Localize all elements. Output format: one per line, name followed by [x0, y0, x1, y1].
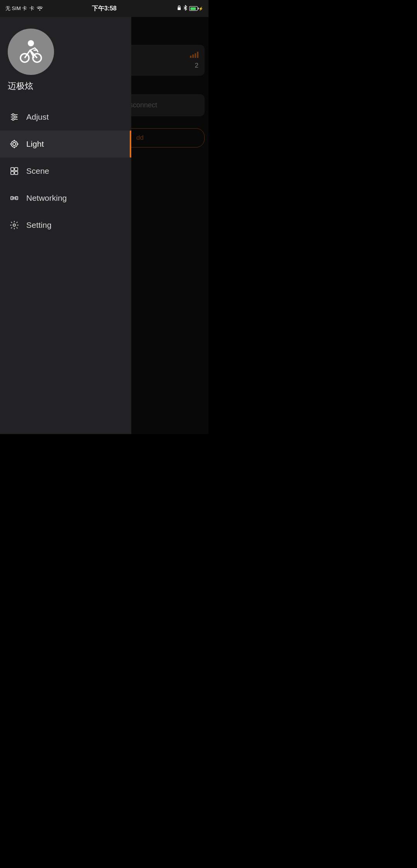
- sidebar-item-adjust-label: Adjust: [26, 112, 49, 122]
- status-time: 下午3:58: [92, 5, 117, 13]
- svg-rect-17: [15, 168, 18, 171]
- app-container: ght cycle lights 2 Disconnect dd: [0, 17, 208, 434]
- drawer-overlay[interactable]: [131, 17, 208, 434]
- svg-rect-19: [15, 171, 18, 175]
- status-left: 无 SIM 卡 卡: [5, 5, 43, 12]
- cyclist-icon: [15, 36, 46, 67]
- svg-point-8: [15, 116, 17, 118]
- scene-icon: [9, 166, 19, 176]
- profile-name[interactable]: 迈极炫: [8, 80, 33, 92]
- sidebar-item-adjust[interactable]: Adjust: [0, 103, 131, 131]
- sidebar-item-setting-label: Setting: [26, 220, 51, 230]
- battery-indicator: ⚡: [189, 6, 203, 11]
- light-icon: [9, 139, 19, 149]
- carrier-text: 无 SIM 卡: [5, 5, 27, 12]
- avatar[interactable]: [8, 29, 54, 75]
- sidebar-drawer: 迈极炫 Adjust: [0, 17, 131, 434]
- networking-icon: [9, 193, 19, 203]
- svg-rect-0: [178, 7, 181, 10]
- battery-fill: [190, 7, 196, 10]
- status-right: ⚡: [177, 5, 203, 12]
- gear-icon: [9, 220, 19, 230]
- sidebar-item-light-label: Light: [26, 139, 44, 149]
- charge-icon: ⚡: [198, 7, 203, 11]
- sidebar-item-setting[interactable]: Setting: [0, 212, 131, 239]
- active-indicator: [130, 131, 131, 158]
- sliders-icon: [9, 112, 19, 122]
- profile-section: 迈极炫: [0, 17, 131, 100]
- wifi-icon: [37, 6, 43, 12]
- lock-icon: [177, 5, 181, 12]
- svg-point-25: [13, 224, 15, 226]
- sidebar-item-light[interactable]: Light: [0, 131, 131, 158]
- status-bar: 无 SIM 卡 卡 下午3:58 ⚡: [0, 0, 208, 17]
- sim-card-text: 卡: [29, 5, 34, 12]
- sidebar-item-scene[interactable]: Scene: [0, 158, 131, 185]
- nav-list: Adjust Light: [0, 103, 131, 434]
- sidebar-item-scene-label: Scene: [26, 166, 49, 176]
- svg-rect-16: [11, 168, 14, 171]
- svg-point-7: [12, 114, 14, 116]
- sidebar-item-networking[interactable]: Networking: [0, 185, 131, 212]
- svg-point-9: [12, 119, 14, 120]
- svg-point-11: [11, 141, 17, 147]
- sidebar-item-networking-label: Networking: [26, 193, 67, 203]
- svg-rect-18: [11, 171, 14, 175]
- svg-point-1: [28, 40, 34, 46]
- svg-point-10: [13, 142, 16, 146]
- battery-icon: [189, 6, 198, 11]
- bluetooth-icon: [183, 5, 187, 12]
